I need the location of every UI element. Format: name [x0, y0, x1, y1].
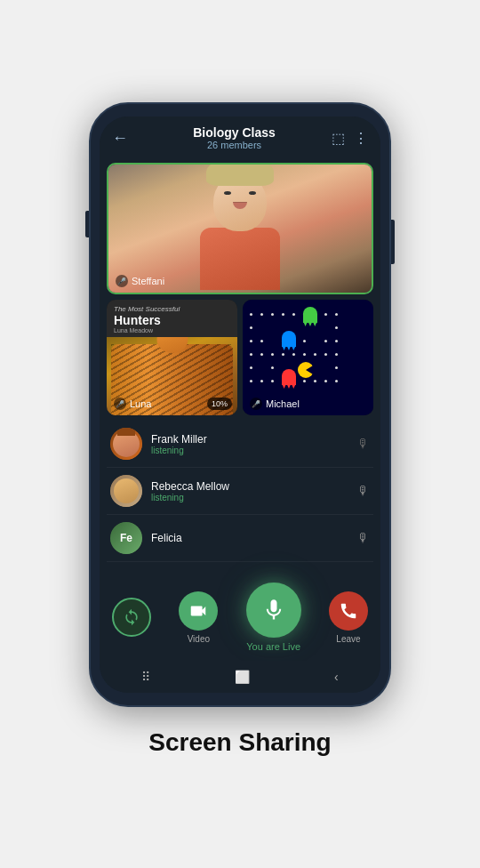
avatar-felicia-inner: Fe [110, 522, 142, 554]
michael-video-label: 🎤 Michael [250, 398, 300, 410]
nav-bar: ⠿ ⬜ ‹ [100, 661, 380, 693]
main-mic-button[interactable] [246, 583, 301, 638]
participants-list: Frank Miller listening 🎙 [100, 421, 380, 575]
avatar-rebecca-inner [110, 475, 142, 507]
member-count: 26 members [137, 140, 332, 150]
main-video-background [108, 165, 372, 293]
nav-recents-icon[interactable]: ⠿ [141, 670, 150, 684]
presenter-silhouette [196, 173, 284, 289]
mic-active-icon: 🎤 [116, 275, 128, 287]
luna-video-label: 🎤 Luna [114, 398, 151, 410]
avatar-frank [110, 428, 142, 460]
video-label: Video [188, 634, 210, 644]
michael-mic-icon: 🎤 [250, 398, 262, 410]
live-label: You are Live [246, 641, 300, 652]
felicia-name: Felicia [151, 532, 357, 544]
leave-label: Leave [336, 634, 360, 644]
phone-shell: ← Biology Class 26 members ⬚ ⋮ [89, 102, 391, 707]
video-button[interactable] [179, 591, 218, 631]
back-button[interactable]: ← [112, 129, 128, 148]
luna-name: Luna [130, 398, 151, 409]
participant-felicia: Fe Felicia 🎙 [107, 515, 373, 562]
ghost-blue [282, 331, 296, 347]
book-header: The Most Successful Hunters Luna Meadow [107, 300, 237, 337]
frank-status: listening [151, 446, 357, 455]
small-video-luna: The Most Successful Hunters Luna Meadow [107, 300, 237, 415]
leave-button[interactable] [329, 591, 368, 631]
rebecca-info: Rebecca Mellow listening [151, 480, 357, 502]
felicia-info: Felicia [151, 532, 357, 544]
group-title: Biology Class [137, 125, 332, 140]
leave-call-icon [339, 601, 358, 621]
more-options-icon[interactable]: ⋮ [354, 130, 368, 147]
header-info: Biology Class 26 members [137, 125, 332, 150]
video-button-group: Video [179, 591, 218, 644]
screen-share-icon[interactable]: ⬚ [332, 130, 345, 147]
book-main-title: Hunters [114, 313, 230, 327]
leave-button-group: Leave [329, 591, 368, 644]
small-video-row: The Most Successful Hunters Luna Meadow [100, 300, 380, 421]
rebecca-status: listening [151, 493, 357, 502]
ghost-green [303, 307, 317, 323]
small-video-michael: 🎤 Michael [243, 300, 373, 415]
avatar-felicia: Fe [110, 522, 142, 554]
participant-frank: Frank Miller listening 🎙 [107, 421, 373, 468]
app-header: ← Biology Class 26 members ⬚ ⋮ [100, 117, 380, 157]
video-icon [188, 601, 208, 621]
luna-mic-icon: 🎤 [114, 398, 126, 410]
book-author-text: Luna Meadow [114, 327, 230, 334]
frank-name: Frank Miller [151, 433, 357, 446]
main-video-panel: 🎤 Steffani [107, 163, 373, 294]
sync-icon [123, 608, 140, 626]
nav-back-icon[interactable]: ‹ [334, 670, 339, 684]
main-video-label: 🎤 Steffani [116, 275, 164, 287]
felicia-mic-icon: 🎙 [357, 531, 370, 545]
page-wrapper: ← Biology Class 26 members ⬚ ⋮ [0, 84, 480, 784]
frank-info: Frank Miller listening [151, 433, 357, 455]
phone-screen: ← Biology Class 26 members ⬚ ⋮ [100, 117, 380, 693]
book-subtitle-text: The Most Successful [114, 305, 230, 313]
sync-button-group [112, 598, 151, 637]
controls-row: Video You are Live [112, 583, 368, 652]
rebecca-name: Rebecca Mellow [151, 480, 357, 493]
main-mic-icon [261, 598, 286, 623]
presenter-name: Steffani [132, 276, 164, 286]
rebecca-mic-icon: 🎙 [357, 484, 370, 498]
page-title: Screen Sharing [148, 728, 331, 757]
controls-bar: Video You are Live [100, 575, 380, 661]
header-icons: ⬚ ⋮ [332, 130, 368, 147]
main-video-section: 🎤 Steffani [100, 157, 380, 300]
nav-home-icon[interactable]: ⬜ [235, 670, 250, 684]
participant-rebecca: Rebecca Mellow listening 🎙 [107, 468, 373, 515]
ghost-red [282, 369, 296, 385]
sync-button[interactable] [112, 598, 151, 637]
avatar-frank-inner [110, 428, 142, 460]
michael-name: Michael [266, 398, 300, 409]
avatar-rebecca [110, 475, 142, 507]
progress-badge: 10% [207, 398, 232, 410]
mic-button-group: You are Live [246, 583, 301, 652]
frank-mic-icon: 🎙 [357, 437, 370, 451]
